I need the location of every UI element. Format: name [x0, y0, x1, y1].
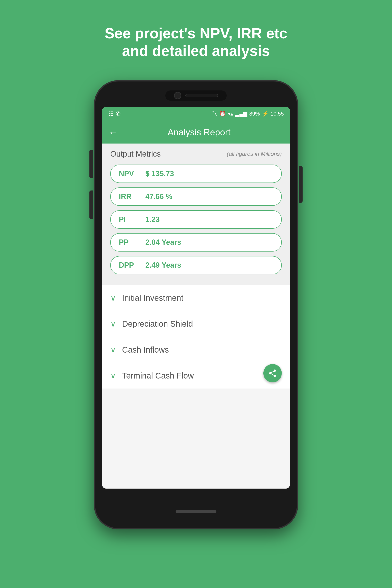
metric-label-pp: PP [119, 238, 137, 247]
metrics-subtitle: (all figures in Millions) [227, 151, 282, 157]
page-title: See project's NPV, IRR etc and detailed … [84, 24, 308, 60]
collapsible-sections-list: ∨Initial Investment∨Depreciation Shield∨… [102, 285, 290, 388]
metric-row-pi: PI1.23 [110, 210, 282, 229]
metric-label-pi: PI [119, 215, 137, 224]
section-item-initial-investment[interactable]: ∨Initial Investment [102, 285, 290, 311]
metrics-title: Output Metrics [110, 150, 161, 158]
metric-value-pi: 1.23 [145, 215, 160, 224]
metric-label-dpp: DPP [119, 261, 137, 270]
app-bar-title: Analysis Report [126, 127, 272, 138]
speaker-grill [186, 94, 218, 97]
metric-row-npv: NPV$ 135.73 [110, 164, 282, 183]
metric-label-irr: IRR [119, 192, 137, 201]
sections-wrapper: ∨Initial Investment∨Depreciation Shield∨… [102, 285, 290, 388]
battery-percent: 89% [249, 111, 260, 117]
share-icon [268, 369, 277, 378]
metric-row-irr: IRR47.66 % [110, 188, 282, 206]
wifi-icon: ▾▴ [228, 111, 233, 117]
phone-shell: ☷ ✆ 〽 ⏰ ▾▴ ▂▄▆ 89% ⚡ 10:55 ← Analysis Re… [94, 80, 298, 530]
signal-icon: ▂▄▆ [235, 111, 247, 117]
phone-device: ☷ ✆ 〽 ⏰ ▾▴ ▂▄▆ 89% ⚡ 10:55 ← Analysis Re… [94, 80, 298, 530]
phone-icon: ✆ [116, 110, 120, 117]
chevron-down-icon: ∨ [110, 372, 116, 380]
phone-screen: ☷ ✆ 〽 ⏰ ▾▴ ▂▄▆ 89% ⚡ 10:55 ← Analysis Re… [102, 107, 290, 488]
chevron-down-icon: ∨ [110, 346, 116, 354]
chevron-down-icon: ∨ [110, 320, 116, 328]
metric-value-irr: 47.66 % [145, 192, 172, 201]
home-indicator [176, 510, 216, 513]
section-label-initial-investment: Initial Investment [122, 294, 183, 302]
metrics-header: Output Metrics (all figures in Millions) [110, 150, 282, 158]
status-right-icons: 〽 ⏰ ▾▴ ▂▄▆ 89% ⚡ 10:55 [212, 111, 284, 117]
metric-label-npv: NPV [119, 170, 137, 178]
camera-bar [166, 90, 226, 101]
section-label-cash-inflows: Cash Inflows [122, 345, 169, 354]
section-label-depreciation-shield: Depreciation Shield [122, 319, 193, 328]
metric-value-npv: $ 135.73 [145, 170, 174, 178]
alarm-icon: ⏰ [219, 111, 226, 117]
back-button[interactable]: ← [108, 127, 118, 138]
app-bar: ← Analysis Report [102, 121, 290, 144]
notification-icon: ☷ [108, 110, 113, 117]
chevron-down-icon: ∨ [110, 294, 116, 302]
metric-value-dpp: 2.49 Years [145, 261, 181, 270]
metrics-section: Output Metrics (all figures in Millions)… [102, 144, 290, 285]
vibrate-icon: 〽 [212, 111, 217, 117]
metric-rows: NPV$ 135.73IRR47.66 %PI1.23PP2.04 YearsD… [110, 164, 282, 274]
section-item-cash-inflows[interactable]: ∨Cash Inflows [102, 337, 290, 363]
status-left-icons: ☷ ✆ [108, 110, 120, 117]
status-bar: ☷ ✆ 〽 ⏰ ▾▴ ▂▄▆ 89% ⚡ 10:55 [102, 107, 290, 121]
section-label-terminal-cash-flow: Terminal Cash Flow [122, 371, 194, 380]
camera-lens [174, 92, 181, 99]
metric-value-pp: 2.04 Years [145, 238, 181, 247]
battery-icon: ⚡ [262, 111, 268, 117]
metric-row-pp: PP2.04 Years [110, 233, 282, 252]
metric-row-dpp: DPP2.49 Years [110, 256, 282, 274]
section-item-depreciation-shield[interactable]: ∨Depreciation Shield [102, 311, 290, 337]
section-item-terminal-cash-flow[interactable]: ∨Terminal Cash Flow [102, 363, 290, 388]
share-fab-button[interactable] [264, 364, 282, 382]
main-content: Output Metrics (all figures in Millions)… [102, 144, 290, 388]
clock: 10:55 [270, 111, 284, 117]
